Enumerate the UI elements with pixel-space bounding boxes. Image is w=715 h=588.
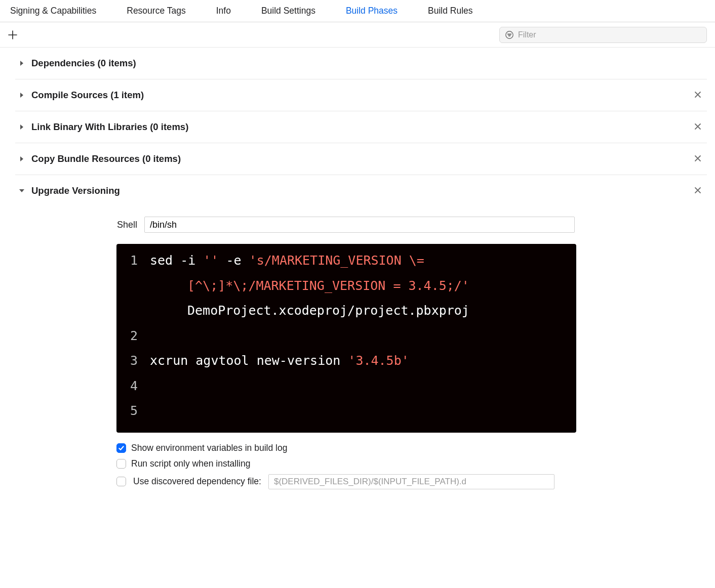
code-line: [^\;]*\;/MARKETING_VERSION = 3.4.5;/' bbox=[124, 273, 569, 299]
tab-bar: Signing & Capabilities Resource Tags Inf… bbox=[0, 0, 715, 22]
remove-phase-button[interactable] bbox=[692, 154, 704, 164]
disclosure-right-icon[interactable] bbox=[18, 92, 25, 99]
disclosure-down-icon[interactable] bbox=[18, 187, 25, 194]
remove-phase-button[interactable] bbox=[692, 90, 704, 101]
phase-title: Copy Bundle Resources (0 items) bbox=[31, 153, 181, 164]
dependency-file-input[interactable] bbox=[268, 474, 554, 489]
tab-info[interactable]: Info bbox=[216, 6, 231, 16]
filter-input[interactable] bbox=[518, 30, 701, 39]
code-text: [^\;]*\;/MARKETING_VERSION = 3.4.5;/' bbox=[150, 273, 469, 299]
phases-list: Dependencies (0 items) Compile Sources (… bbox=[0, 48, 715, 503]
code-line: 3xcrun agvtool new-version '3.4.5b' bbox=[124, 348, 569, 373]
phase-link-binary[interactable]: Link Binary With Libraries (0 items) bbox=[15, 111, 707, 143]
shell-input[interactable] bbox=[144, 217, 575, 233]
code-line: DemoProject.xcodeproj/project.pbxproj bbox=[124, 298, 569, 323]
code-text: xcrun agvtool new-version '3.4.5b' bbox=[150, 348, 409, 373]
code-line: 5 bbox=[124, 398, 569, 424]
tab-signing-capabilities[interactable]: Signing & Capabilities bbox=[10, 6, 96, 16]
show-env-vars-checkbox[interactable] bbox=[116, 443, 126, 453]
checkmark-icon bbox=[118, 445, 125, 451]
phase-compile-sources[interactable]: Compile Sources (1 item) bbox=[15, 79, 707, 111]
shell-label: Shell bbox=[114, 220, 137, 230]
disclosure-right-icon[interactable] bbox=[18, 123, 25, 131]
phase-copy-bundle-resources[interactable]: Copy Bundle Resources (0 items) bbox=[15, 143, 707, 175]
close-icon bbox=[694, 91, 701, 98]
tab-build-phases[interactable]: Build Phases bbox=[346, 6, 398, 16]
remove-phase-button[interactable] bbox=[692, 186, 704, 196]
show-env-vars-label: Show environment variables in build log bbox=[131, 443, 287, 453]
use-dependency-label: Use discovered dependency file: bbox=[133, 476, 261, 487]
phase-upgrade-versioning-body: Shell 1sed -i '' -e 's/MARKETING_VERSION… bbox=[15, 206, 707, 493]
filter-field[interactable] bbox=[499, 27, 707, 43]
remove-phase-button[interactable] bbox=[692, 122, 704, 133]
code-line: 4 bbox=[124, 373, 569, 399]
code-line: 2 bbox=[124, 323, 569, 349]
phase-title: Compile Sources (1 item) bbox=[31, 90, 144, 101]
code-text: sed -i '' -e 's/MARKETING_VERSION \= bbox=[150, 248, 424, 273]
filter-icon bbox=[505, 30, 514, 39]
line-number: 2 bbox=[124, 323, 150, 349]
plus-icon bbox=[8, 30, 18, 40]
shell-row: Shell bbox=[116, 217, 703, 233]
phase-dependencies[interactable]: Dependencies (0 items) bbox=[15, 48, 707, 79]
line-number: 5 bbox=[124, 398, 150, 424]
toolbar bbox=[0, 22, 715, 48]
code-line: 1sed -i '' -e 's/MARKETING_VERSION \= bbox=[124, 248, 569, 273]
script-editor[interactable]: 1sed -i '' -e 's/MARKETING_VERSION \=[^\… bbox=[116, 244, 576, 433]
phase-title: Upgrade Versioning bbox=[31, 185, 120, 196]
run-when-installing-checkbox[interactable] bbox=[116, 459, 126, 469]
use-dependency-row: Use discovered dependency file: bbox=[116, 474, 703, 489]
close-icon bbox=[694, 123, 701, 130]
tab-build-rules[interactable]: Build Rules bbox=[428, 6, 473, 16]
line-number: 1 bbox=[124, 248, 150, 273]
add-phase-button[interactable] bbox=[5, 27, 20, 43]
line-number: 4 bbox=[124, 373, 150, 399]
show-env-vars-row: Show environment variables in build log bbox=[116, 443, 703, 453]
phase-title: Link Binary With Libraries (0 items) bbox=[31, 121, 188, 133]
phase-upgrade-versioning[interactable]: Upgrade Versioning bbox=[15, 175, 707, 206]
run-when-installing-label: Run script only when installing bbox=[131, 458, 250, 469]
line-number: 3 bbox=[124, 348, 150, 373]
use-dependency-checkbox[interactable] bbox=[116, 477, 126, 486]
disclosure-right-icon[interactable] bbox=[18, 155, 25, 162]
close-icon bbox=[694, 155, 701, 162]
phase-title: Dependencies (0 items) bbox=[31, 58, 136, 69]
close-icon bbox=[694, 187, 701, 194]
tab-resource-tags[interactable]: Resource Tags bbox=[127, 6, 185, 16]
code-text: DemoProject.xcodeproj/project.pbxproj bbox=[150, 298, 469, 323]
run-when-installing-row: Run script only when installing bbox=[116, 458, 703, 469]
disclosure-right-icon[interactable] bbox=[18, 60, 25, 67]
tab-build-settings[interactable]: Build Settings bbox=[261, 6, 315, 16]
